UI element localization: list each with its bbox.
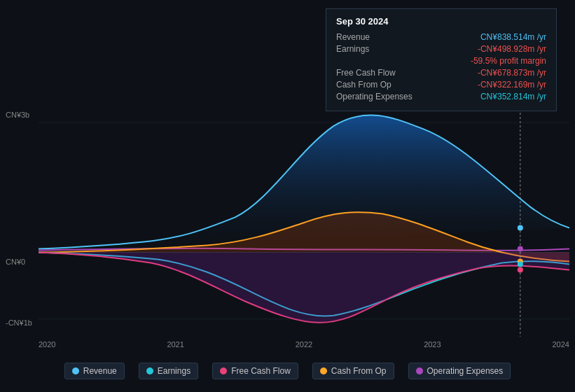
tooltip-opex-value: CN¥352.814m /yr: [480, 92, 546, 102]
x-axis-labels: 2020 2021 2022 2023 2024: [39, 340, 569, 349]
x-label-2023: 2023: [424, 340, 441, 349]
y-label-bottom: -CN¥1b: [6, 318, 32, 327]
tooltip-panel: Sep 30 2024 Revenue CN¥838.514m /yr Earn…: [326, 8, 557, 111]
earnings-dot: [518, 262, 523, 267]
revenue-dot: [518, 225, 523, 230]
x-label-2024: 2024: [553, 340, 569, 349]
tooltip-earnings: Earnings -CN¥498.928m /yr: [336, 44, 546, 54]
tooltip-earnings-label: Earnings: [336, 44, 478, 54]
tooltip-fcf: Free Cash Flow -CN¥678.873m /yr: [336, 68, 546, 78]
opex-dot: [518, 246, 523, 252]
legend-fcf-dot: [220, 368, 227, 374]
chart-legend: Revenue Earnings Free Cash Flow Cash Fro…: [0, 363, 575, 379]
tooltip-cfo-label: Cash From Op: [336, 80, 478, 90]
tooltip-revenue-value: CN¥838.514m /yr: [480, 32, 546, 42]
tooltip-opex-label: Operating Expenses: [336, 92, 480, 102]
legend-opex-label: Operating Expenses: [427, 366, 504, 376]
legend-fcf[interactable]: Free Cash Flow: [212, 363, 298, 379]
legend-opex[interactable]: Operating Expenses: [408, 363, 511, 379]
fcf-dot: [518, 267, 523, 273]
x-label-2022: 2022: [296, 340, 312, 349]
legend-fcf-label: Free Cash Flow: [231, 366, 291, 376]
tooltip-cfo: Cash From Op -CN¥322.169m /yr: [336, 80, 546, 90]
legend-revenue-dot: [72, 368, 79, 374]
legend-cfo-label: Cash From Op: [331, 366, 387, 376]
legend-earnings-label: Earnings: [158, 366, 190, 376]
x-label-2021: 2021: [167, 340, 183, 349]
chart-svg: [39, 108, 569, 337]
legend-cfo-dot: [320, 368, 327, 374]
tooltip-date: Sep 30 2024: [336, 16, 546, 27]
legend-cfo[interactable]: Cash From Op: [312, 363, 394, 379]
y-label-top: CN¥3b: [6, 111, 29, 119]
tooltip-profit-margin: -59.5% profit margin: [336, 56, 546, 66]
tooltip-fcf-value: -CN¥678.873m /yr: [478, 68, 546, 78]
y-label-zero: CN¥0: [6, 258, 25, 266]
legend-earnings[interactable]: Earnings: [139, 363, 198, 379]
legend-revenue-label: Revenue: [83, 366, 117, 376]
legend-revenue[interactable]: Revenue: [64, 363, 125, 379]
app-container: Sep 30 2024 Revenue CN¥838.514m /yr Earn…: [0, 0, 575, 392]
fcf-area: [39, 253, 569, 323]
legend-opex-dot: [416, 368, 423, 374]
tooltip-revenue-label: Revenue: [336, 32, 480, 42]
tooltip-earnings-value: -CN¥498.928m /yr: [478, 44, 546, 54]
tooltip-fcf-label: Free Cash Flow: [336, 68, 478, 78]
tooltip-cfo-value: -CN¥322.169m /yr: [478, 80, 546, 90]
x-label-2020: 2020: [39, 340, 55, 349]
tooltip-opex: Operating Expenses CN¥352.814m /yr: [336, 92, 546, 102]
tooltip-revenue: Revenue CN¥838.514m /yr: [336, 32, 546, 42]
legend-earnings-dot: [146, 368, 153, 374]
